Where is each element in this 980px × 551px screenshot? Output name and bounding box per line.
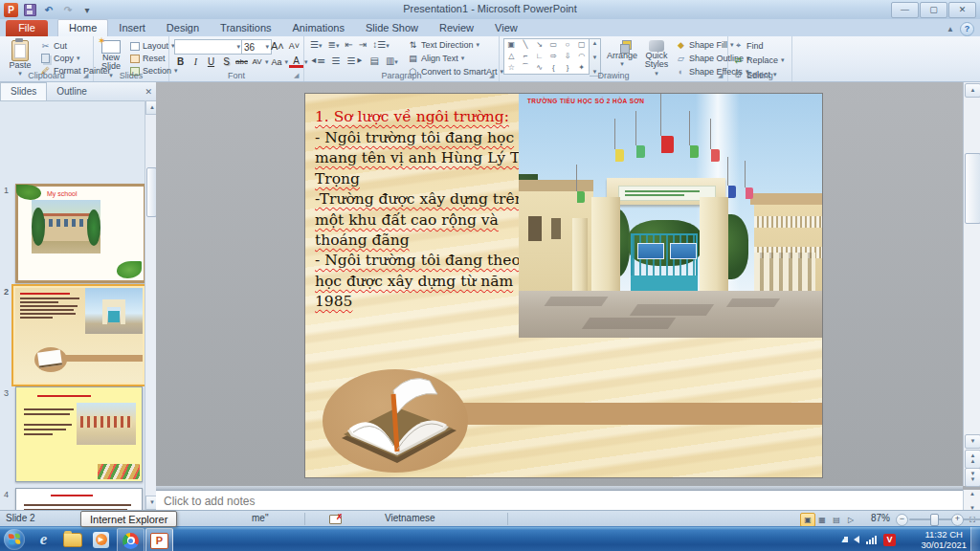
bold-button[interactable]: B xyxy=(173,55,188,68)
reset-icon xyxy=(129,54,140,64)
taskbar-file-explorer[interactable] xyxy=(59,528,85,551)
panel-close-icon[interactable]: ✕ xyxy=(145,87,152,97)
taskbar-media-player[interactable]: ▶ xyxy=(88,528,114,551)
next-slide-button[interactable]: ▼▼ xyxy=(965,468,980,487)
font-size-combo[interactable]: 36▾ xyxy=(241,39,272,55)
tab-insert[interactable]: Insert xyxy=(108,20,156,36)
notes-scrollbar[interactable]: ▲▼ xyxy=(963,490,980,512)
notes-pane[interactable]: Click to add notes xyxy=(156,490,970,511)
tab-animations[interactable]: Animations xyxy=(282,20,355,36)
thumbnail-3-pencils xyxy=(98,464,140,479)
tab-view[interactable]: View xyxy=(484,20,528,36)
find-button[interactable]: ⌖Find xyxy=(733,39,785,52)
panel-tab-slides[interactable]: Slides xyxy=(0,82,47,100)
shapes-gallery-icons: ▣╲↘▭○▢ △⌐∟⇨⇩◠ ☆⌒∿{}✦ xyxy=(503,38,590,75)
maximize-button[interactable]: ▢ xyxy=(920,2,947,18)
grow-font-button[interactable]: A˄ xyxy=(270,39,285,52)
scroll-thumb[interactable] xyxy=(965,153,980,224)
slide-canvas[interactable]: 1. Sơ lược về ngôi trường: - Ngôi trường… xyxy=(304,93,823,478)
scroll-up-icon[interactable]: ▲ xyxy=(965,83,980,98)
taskbar-clock[interactable]: 11:32 CH 30/01/2021 xyxy=(921,529,967,550)
font-dialog-launcher[interactable]: ◢ xyxy=(294,72,301,79)
new-slide-icon: ✶ xyxy=(101,40,121,54)
thumbnail-2-photo xyxy=(85,288,143,334)
columns-button[interactable]: ▥▾ xyxy=(386,55,398,67)
network-icon[interactable] xyxy=(866,536,877,544)
slide-thumbnail-1[interactable]: My school xyxy=(15,184,146,283)
justify-button[interactable]: ▤ xyxy=(369,55,378,67)
main-scrollbar[interactable]: ▲ ▼ ▲▲ ▼▼ xyxy=(963,82,980,486)
title-bar: P ↶ ↷ ▾ Presentation1 - Microsoft PowerP… xyxy=(0,0,980,20)
shrink-font-button[interactable]: A˅ xyxy=(287,39,301,52)
text-shadow-button[interactable]: S xyxy=(219,55,234,68)
fit-to-window-button[interactable]: ⛶ xyxy=(965,513,980,527)
school-gate-photo[interactable]: TRƯỜNG TIỂU HỌC SỐ 2 HÒA SƠN xyxy=(519,94,822,338)
photo-pillar-right xyxy=(700,197,728,293)
font-color-button[interactable]: A xyxy=(289,55,303,68)
slideshow-view-button[interactable]: ▷ xyxy=(843,513,858,527)
numbering-button[interactable]: ≣▾ xyxy=(327,39,339,50)
align-left-button[interactable]: ⯇☰ xyxy=(310,55,325,67)
replace-button[interactable]: ⇄Replace▾ xyxy=(733,54,785,66)
folder-icon xyxy=(63,533,82,547)
italic-button[interactable]: I xyxy=(189,55,203,68)
taskbar-chrome[interactable] xyxy=(117,528,145,551)
help-icon[interactable]: ? xyxy=(960,22,974,36)
file-tab[interactable]: File xyxy=(6,20,48,36)
zoom-level: 87% xyxy=(863,513,890,523)
previous-slide-button[interactable]: ▲▲ xyxy=(965,450,980,469)
thumbnail-1-title: My school xyxy=(47,190,78,197)
proofing-error-icon[interactable]: ✗ xyxy=(329,513,343,524)
group-editing: ⌖Find ⇄Replace▾ ⯐Select▾ Editing xyxy=(728,36,792,81)
arrange-icon xyxy=(615,40,629,52)
decrease-indent-button[interactable]: ⇤ xyxy=(345,39,352,50)
taskbar-tooltip: Internet Explorer xyxy=(80,511,177,527)
start-button[interactable] xyxy=(4,529,25,550)
drawing-dialog-launcher[interactable]: ◢ xyxy=(718,72,725,79)
font-name-combo[interactable]: ▾ xyxy=(174,39,243,55)
close-button[interactable]: ✕ xyxy=(948,2,976,18)
underline-button[interactable]: U xyxy=(204,55,218,68)
tab-slide-show[interactable]: Slide Show xyxy=(355,20,429,36)
collapse-ribbon-icon[interactable]: ▲ xyxy=(947,25,954,33)
minimize-button[interactable]: — xyxy=(891,2,919,18)
reading-view-button[interactable]: ▤ xyxy=(829,513,844,527)
tab-design[interactable]: Design xyxy=(156,20,210,36)
language-indicator[interactable]: Vietnamese xyxy=(385,513,435,523)
taskbar-powerpoint[interactable]: P xyxy=(145,528,173,551)
align-right-button[interactable]: ☰⯈ xyxy=(346,55,363,67)
clipboard-dialog-launcher[interactable]: ◢ xyxy=(83,72,91,79)
normal-view-button[interactable]: ▣ xyxy=(800,513,815,527)
slide-title-text[interactable]: 1. Sơ lược về ngôi trường: xyxy=(315,107,537,127)
bullets-button[interactable]: ☰▾ xyxy=(310,39,322,50)
slide-thumbnail-3[interactable] xyxy=(15,386,143,482)
tab-review[interactable]: Review xyxy=(429,20,484,36)
character-spacing-button[interactable]: AV xyxy=(250,55,264,68)
group-clipboard: Paste▾ ✂Cut Copy▾ 🖉Format Painter Clipbo… xyxy=(0,36,94,81)
unikey-icon[interactable]: V xyxy=(883,534,896,546)
text-direction-button[interactable]: ⇅Text Direction▾ xyxy=(408,38,503,51)
line-spacing-button[interactable]: ↕☰▾ xyxy=(372,39,389,50)
scroll-down-icon[interactable]: ▼ xyxy=(965,434,980,449)
zoom-out-button[interactable]: − xyxy=(896,514,908,526)
slide-thumbnail-2[interactable] xyxy=(11,284,146,386)
tab-transitions[interactable]: Transitions xyxy=(210,20,281,36)
slide-sorter-view-button[interactable]: ▦ xyxy=(814,513,830,527)
replace-icon: ⇄ xyxy=(733,55,744,65)
tab-home[interactable]: Home xyxy=(57,19,108,36)
show-desktop-button[interactable] xyxy=(970,527,980,551)
zoom-in-button[interactable]: + xyxy=(951,514,964,526)
paragraph-dialog-launcher[interactable]: ◢ xyxy=(489,72,497,79)
zoom-slider-thumb[interactable] xyxy=(930,514,939,526)
taskbar-internet-explorer[interactable]: e xyxy=(31,528,56,551)
align-text-button[interactable]: ▤Align Text▾ xyxy=(408,52,503,64)
photo-pillar-outer-left xyxy=(572,218,588,293)
volume-icon[interactable] xyxy=(854,536,859,543)
slide-body-text[interactable]: - Ngôi trường tôi đang học mang tên vị a… xyxy=(315,128,537,312)
increase-indent-button[interactable]: ⇥ xyxy=(359,39,367,50)
slide-paragraph-2: -Trường được xây dựng trên một khu đất c… xyxy=(315,189,537,251)
change-case-button[interactable]: Aa xyxy=(270,55,284,68)
strikethrough-button[interactable]: abc xyxy=(234,55,249,68)
panel-tab-outline[interactable]: Outline xyxy=(47,83,97,100)
align-center-button[interactable]: ☰ xyxy=(332,55,341,67)
